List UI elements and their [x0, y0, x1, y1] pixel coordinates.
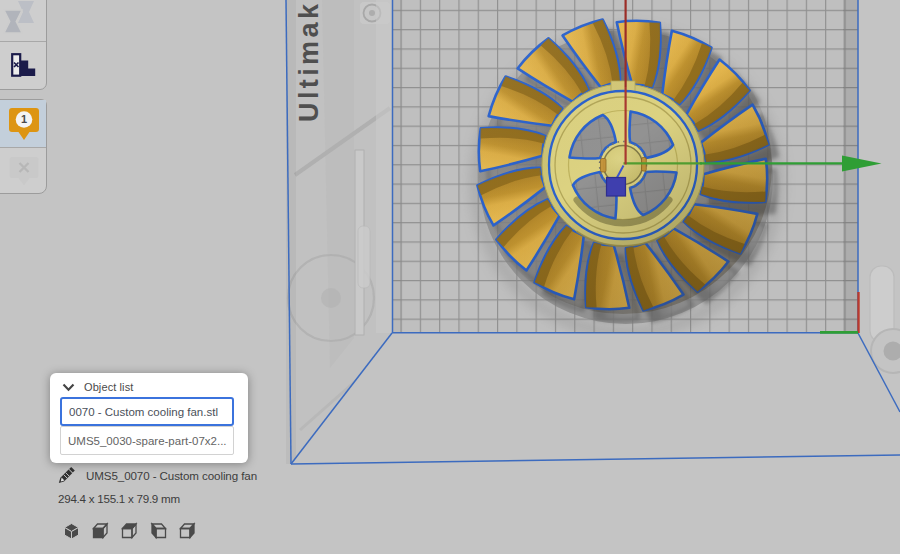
- overrides-marker-icon: 1: [8, 107, 40, 141]
- buildplate-front: [291, 333, 900, 464]
- per-model-settings-button[interactable]: [0, 41, 46, 88]
- view-3d-icon[interactable]: [63, 522, 80, 540]
- cura-viewport: Ultimaker: [0, 0, 900, 554]
- view-front-icon[interactable]: [92, 522, 109, 540]
- object-list-title: Object list: [84, 381, 133, 393]
- view-left-icon[interactable]: [150, 522, 167, 540]
- mirror-tool-button[interactable]: [0, 0, 46, 41]
- support-blocker-button[interactable]: [0, 147, 46, 194]
- object-list-item-selected[interactable]: 0070 - Custom cooling fan.stl: [60, 397, 234, 426]
- view-top-icon[interactable]: [121, 522, 138, 540]
- mirror-icon: [2, 0, 46, 36]
- object-list-header[interactable]: Object list: [50, 373, 248, 399]
- selected-model-name: UMS5_0070 - Custom cooling fan: [86, 469, 257, 482]
- support-blocker-icon: [9, 156, 39, 186]
- chevron-down-icon: [62, 383, 75, 392]
- per-model-settings-icon: [11, 53, 37, 78]
- object-list-item[interactable]: UMS5_0030-spare-part-07x2...: [60, 426, 234, 455]
- selected-model-dimensions: 294.4 x 155.1 x 79.9 mm: [58, 492, 180, 505]
- move-gizmo-center[interactable]: [607, 178, 626, 197]
- object-list-panel: Object list 0070 - Custom cooling fan.st…: [50, 373, 248, 463]
- toolbar-group-top: [0, 0, 47, 90]
- view-right-icon[interactable]: [179, 522, 196, 540]
- override-count-badge: 1: [20, 113, 26, 125]
- overrides-marker-button[interactable]: 1: [0, 100, 46, 147]
- printer-brand-label: Ultimaker: [294, 0, 324, 122]
- toolbar-group-bottom: 1: [0, 99, 47, 194]
- camera-view-toolbar: [63, 522, 208, 540]
- edit-pencil-icon[interactable]: [57, 466, 76, 485]
